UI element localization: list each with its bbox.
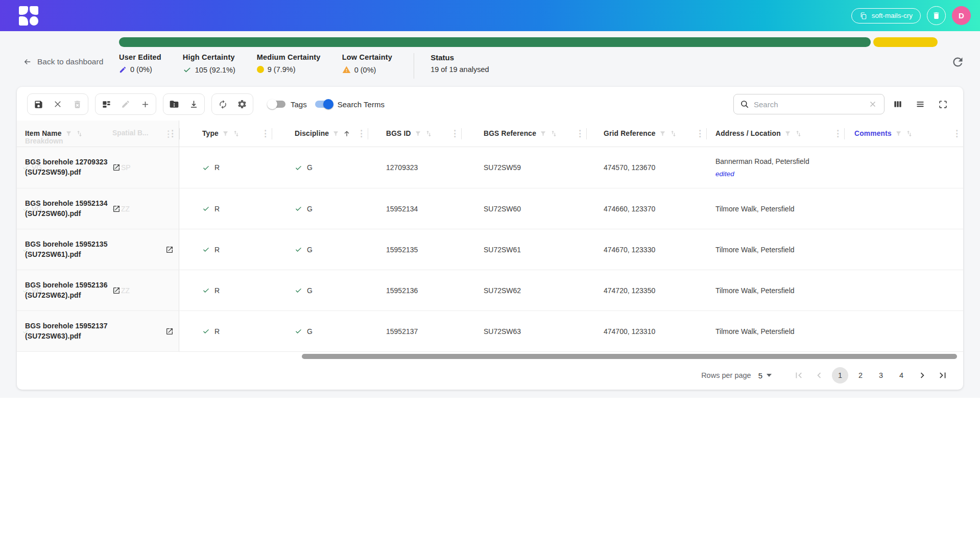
column-menu-icon[interactable]: ⋮	[696, 128, 704, 139]
column-header-comments[interactable]: Comments ⋮	[844, 121, 963, 147]
folder-options-button[interactable]	[164, 95, 184, 113]
column-menu-icon[interactable]: ⋮	[357, 128, 366, 139]
page-button-4[interactable]: 4	[893, 367, 910, 384]
stat-value: 0 (0%)	[130, 65, 152, 74]
rows-per-page-label: Rows per page	[701, 371, 751, 379]
rows-per-page-select[interactable]: 5	[758, 371, 772, 380]
column-header-item-name[interactable]: Item Name Breakdown Spatial B... ⋮ ⋮	[17, 121, 179, 147]
filter-icon[interactable]	[659, 130, 666, 137]
next-page-button[interactable]	[915, 368, 930, 383]
settings-button[interactable]	[232, 95, 252, 113]
columns-button[interactable]	[889, 95, 907, 113]
open-in-new-icon[interactable]	[112, 205, 121, 213]
column-menu-icon[interactable]: ⋮	[952, 128, 961, 139]
download-button[interactable]	[184, 95, 203, 113]
status-block: Status 19 of 19 analysed	[431, 53, 489, 74]
item-name: BGS borehole 15952134 (SU72SW60).pdf	[25, 199, 108, 219]
column-menu-icon[interactable]: ⋮	[450, 128, 459, 139]
filter-icon[interactable]	[540, 130, 546, 137]
user-avatar[interactable]: D	[952, 6, 971, 25]
page-button-2[interactable]: 2	[852, 367, 869, 384]
open-in-new-icon[interactable]	[165, 246, 174, 254]
filter-icon[interactable]	[784, 130, 791, 137]
cancel-button[interactable]	[48, 95, 67, 113]
edit-row-button[interactable]	[116, 95, 135, 113]
save-button[interactable]	[29, 95, 48, 113]
density-button[interactable]	[911, 95, 929, 113]
filter-icon[interactable]	[65, 130, 72, 137]
column-header-bgs-id[interactable]: BGS ID ⋮	[368, 121, 461, 147]
last-page-button[interactable]	[935, 368, 950, 383]
table-header: Item Name Breakdown Spatial B... ⋮ ⋮ Typ…	[17, 121, 963, 147]
table-row[interactable]: VG ZZ BGS borehole 15952136 (SU72SW62).p…	[17, 270, 963, 310]
column-header-discipline[interactable]: Discipline ⋮	[272, 121, 368, 147]
discipline-cell: G	[272, 147, 368, 188]
filter-icon[interactable]	[222, 130, 229, 137]
sort-icon[interactable]	[670, 130, 677, 137]
toggle-knob	[267, 99, 277, 109]
open-in-new-icon[interactable]	[165, 327, 174, 336]
open-in-new-icon[interactable]	[112, 286, 121, 295]
address-value: Tilmore Walk, Petersfield	[715, 246, 795, 254]
comments-cell	[844, 147, 963, 188]
sort-icon[interactable]	[795, 130, 802, 137]
add-item-button[interactable]	[135, 95, 155, 113]
first-page-button[interactable]	[791, 368, 806, 383]
search-input[interactable]	[754, 100, 862, 109]
stats-divider	[414, 53, 414, 79]
open-in-new-icon[interactable]	[112, 163, 121, 172]
bgs-reference-cell: SU72SW60	[461, 188, 586, 229]
pagination-bar: Rows per page 5 1234	[17, 361, 963, 390]
column-header-bgs-reference[interactable]: BGS Reference ⋮	[461, 121, 586, 147]
sort-icon[interactable]	[76, 130, 83, 137]
table-row[interactable]: VG SP BGS borehole 12709323 (SU72SW59).p…	[17, 147, 963, 188]
column-menu-icon[interactable]: ⋮	[261, 128, 270, 139]
column-menu-icon[interactable]: ⋮	[833, 128, 842, 139]
page-button-1[interactable]: 1	[832, 367, 848, 384]
refresh-button[interactable]	[951, 55, 965, 69]
type-value: R	[214, 163, 220, 172]
item-name: BGS borehole 15952135 (SU72SW61).pdf	[25, 239, 161, 259]
stat-user-edited: User Edited 0 (0%)	[119, 53, 161, 74]
previous-page-button[interactable]	[811, 368, 827, 383]
ghost-breakdown-header: Breakdown	[25, 137, 63, 145]
tags-toggle[interactable]: Tags	[268, 100, 307, 109]
table-row[interactable]: VG ZZ BGS borehole 15952134 (SU72SW60).p…	[17, 188, 963, 229]
workspace-badge[interactable]: soft-mails-cry	[851, 8, 921, 23]
item-name: BGS borehole 15952137 (SU72SW63).pdf	[25, 321, 161, 341]
sort-asc-icon[interactable]	[343, 130, 351, 138]
search-box	[733, 94, 885, 114]
address-value: Tilmore Walk, Petersfield	[715, 286, 795, 295]
column-menu-icon[interactable]: ⋮	[576, 128, 584, 139]
delete-rows-button[interactable]	[67, 95, 87, 113]
discipline-value: G	[307, 246, 313, 254]
app-logo[interactable]	[19, 6, 38, 26]
table-row[interactable]: BGS borehole 15952135 (SU72SW61).pdf R	[17, 229, 963, 270]
fullscreen-button[interactable]	[934, 95, 952, 113]
check-icon	[183, 65, 192, 74]
sort-icon[interactable]	[232, 130, 240, 137]
sort-icon[interactable]	[425, 130, 433, 137]
bgs-id-cell: 15952135	[368, 229, 461, 270]
trash-icon	[932, 11, 941, 20]
delete-project-button[interactable]	[927, 6, 946, 25]
toggle-knob	[323, 99, 333, 109]
filter-icon[interactable]	[332, 130, 339, 137]
first-page-icon	[793, 370, 804, 381]
sort-icon[interactable]	[905, 130, 913, 137]
sort-icon[interactable]	[550, 130, 558, 137]
search-terms-toggle[interactable]: Search Terms	[315, 100, 385, 109]
sync-button[interactable]	[213, 95, 232, 113]
clear-search-button[interactable]	[867, 98, 879, 110]
page-button-3[interactable]: 3	[873, 367, 889, 384]
table-row[interactable]: BGS borehole 15952137 (SU72SW63).pdf R	[17, 310, 963, 351]
filter-icon[interactable]	[415, 130, 421, 137]
horizontal-scrollbar-thumb[interactable]	[302, 354, 957, 359]
filter-icon[interactable]	[895, 130, 902, 137]
column-header-type[interactable]: Type ⋮	[179, 121, 272, 147]
back-to-dashboard-link[interactable]: Back to dashboard	[23, 57, 119, 66]
column-header-address[interactable]: Address / Location ⋮	[706, 121, 844, 147]
chevron-down-icon	[767, 374, 772, 377]
column-header-grid-reference[interactable]: Grid Reference ⋮	[586, 121, 706, 147]
add-row-button[interactable]	[97, 95, 116, 113]
